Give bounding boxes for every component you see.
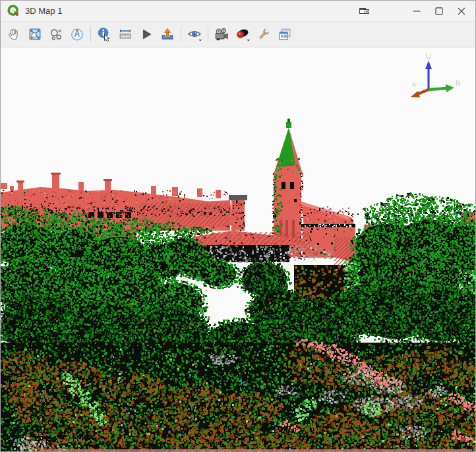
minimize-button[interactable]	[405, 3, 428, 20]
titlebar[interactable]: 3D Map 1	[1, 1, 475, 21]
hand-pan-icon	[7, 27, 21, 42]
toolbar-separator	[181, 26, 181, 42]
movie-camera-icon	[214, 27, 229, 42]
effects-button[interactable]	[233, 24, 252, 44]
export-image-icon	[160, 27, 175, 42]
animations-button[interactable]	[137, 24, 156, 44]
navigation-circles-icon	[49, 27, 63, 42]
3d-map-window: 3D Map 1	[0, 0, 476, 452]
export-animation-button[interactable]	[212, 24, 231, 44]
wrench-icon	[256, 27, 271, 42]
toolbar-separator	[90, 26, 91, 42]
scene-settings-button[interactable]	[276, 24, 294, 44]
close-button[interactable]	[450, 3, 473, 20]
minimize-icon	[413, 7, 421, 15]
camera-navigation-button[interactable]	[47, 24, 65, 44]
measure-line-button[interactable]	[116, 24, 134, 44]
play-icon	[139, 27, 154, 42]
ruler-icon	[118, 27, 133, 42]
camera-view-button[interactable]	[185, 24, 204, 44]
maximize-button[interactable]	[428, 3, 450, 20]
zoom-full-icon	[28, 27, 42, 42]
eye-icon	[187, 27, 202, 42]
dock-window-button[interactable]	[353, 3, 375, 20]
compass-icon	[70, 27, 84, 42]
dropdown-arrow-icon	[198, 40, 202, 41]
3d-viewport[interactable]: U N E	[1, 47, 475, 451]
qgis-logo-icon	[7, 5, 20, 17]
close-icon	[458, 7, 465, 15]
maximize-icon	[435, 7, 443, 15]
window-title: 3D Map 1	[25, 6, 62, 16]
toolbar-separator	[208, 26, 208, 42]
dropdown-arrow-icon	[247, 40, 250, 41]
set-view-north-button[interactable]	[68, 24, 86, 44]
zoom-full-button[interactable]	[26, 24, 44, 44]
identify-button[interactable]	[95, 24, 113, 44]
identify-icon	[97, 27, 111, 42]
toolbar	[1, 21, 475, 47]
window-settings-icon	[278, 27, 292, 42]
dock-window-icon	[359, 7, 369, 15]
configure-button[interactable]	[254, 24, 273, 44]
pan-camera-button[interactable]	[5, 24, 23, 44]
point-cloud-scene[interactable]	[1, 47, 475, 451]
save-as-image-button[interactable]	[158, 24, 177, 44]
shading-sphere-icon	[235, 27, 251, 42]
